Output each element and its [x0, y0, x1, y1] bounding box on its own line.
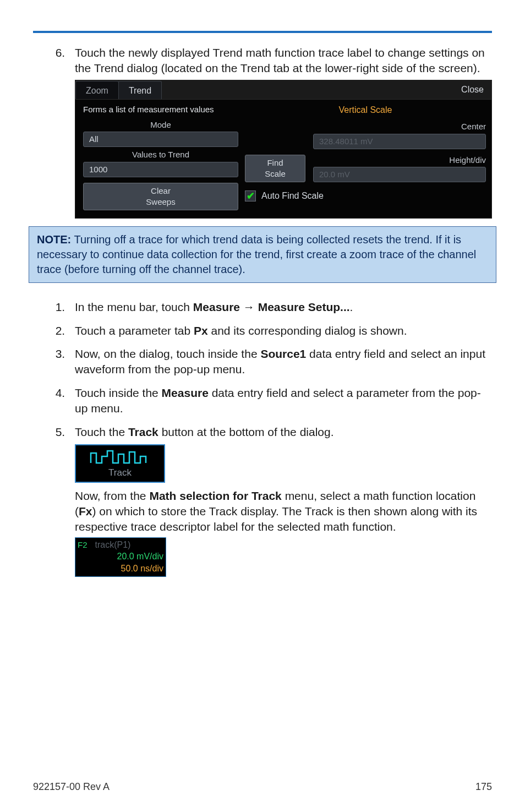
step-6-list: Touch the newly displayed Trend math fun…: [68, 45, 492, 219]
step-5: Touch the Track button at the bottom of …: [68, 424, 492, 577]
mode-label: Mode: [83, 119, 238, 130]
trace-horizontal: 50.0 ns/div: [78, 563, 163, 575]
height-div-label: Height/div: [313, 155, 486, 166]
center-field[interactable]: 328.48011 mV: [313, 134, 486, 149]
height-div-field[interactable]: 20.0 mV: [313, 167, 486, 182]
auto-find-scale-label: Auto Find Scale: [261, 190, 324, 202]
trend-dialog: Zoom Trend Close Forms a list of measure…: [75, 80, 492, 219]
steps-list: In the menu bar, touch Measure → Measure…: [68, 299, 492, 576]
values-to-trend-field[interactable]: 1000: [83, 162, 238, 177]
checkmark-icon: ✔: [247, 191, 255, 201]
note-body: Turning off a trace for which trend data…: [37, 233, 476, 275]
values-to-trend-label: Values to Trend: [83, 149, 238, 160]
footer-left: 922157-00 Rev A: [33, 780, 110, 793]
mode-field[interactable]: All: [83, 132, 238, 147]
note-box: NOTE: Turning off a trace for which tren…: [29, 226, 496, 283]
step-6: Touch the newly displayed Trend math fun…: [68, 45, 492, 219]
footer-right: 175: [475, 780, 492, 793]
auto-find-scale-checkbox[interactable]: ✔: [245, 190, 256, 201]
tab-zoom[interactable]: Zoom: [75, 81, 119, 99]
step-2: Touch a parameter tab Px and its corresp…: [68, 323, 492, 339]
dialog-tabs: Zoom Trend Close: [75, 80, 491, 100]
trace-vertical: 20.0 mV/div: [78, 551, 163, 563]
find-scale-button[interactable]: Find Scale: [245, 155, 305, 183]
step-3: Now, on the dialog, touch inside the Sou…: [68, 346, 492, 378]
header-rule: [33, 31, 492, 33]
track-label: Track: [108, 467, 132, 479]
note-prefix: NOTE:: [37, 233, 71, 246]
clear-sweeps-button[interactable]: Clear Sweeps: [83, 183, 238, 211]
trace-name: track(P1): [95, 539, 131, 551]
step-4: Touch inside the Measure data entry fiel…: [68, 385, 492, 417]
trace-badge: F2: [78, 539, 88, 551]
close-button[interactable]: Close: [453, 80, 491, 99]
trace-descriptor: F2 track(P1) 20.0 mV/div 50.0 ns/div: [75, 537, 166, 577]
page-footer: 922157-00 Rev A 175: [33, 780, 492, 793]
dialog-description: Forms a list of measurement values: [83, 104, 238, 115]
tab-trend[interactable]: Trend: [118, 81, 162, 99]
step-6-text: Touch the newly displayed Trend math fun…: [75, 46, 485, 74]
auto-find-scale-row[interactable]: ✔ Auto Find Scale: [245, 190, 486, 202]
center-label: Center: [313, 121, 486, 132]
step-1: In the menu bar, touch Measure → Measure…: [68, 299, 492, 315]
vertical-scale-title: Vertical Scale: [245, 104, 486, 116]
track-waveform-icon: [90, 449, 150, 466]
track-button-image: Track: [75, 444, 165, 483]
after-track-paragraph: Now, from the Math selection for Track m…: [75, 488, 492, 535]
